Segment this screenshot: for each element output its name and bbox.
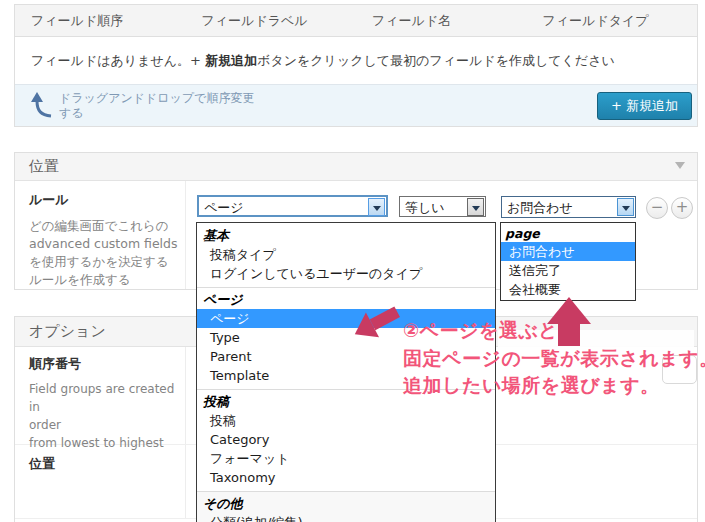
acf-edit-screen: フィールド順序 フィールドラベル フィールド名 フィールドタイプ フィールドはあ… [0,0,705,522]
order-number-label: 順序番号 [29,355,185,373]
drag-reorder-hint: ドラッグアンドドロップで順序変更 する [59,91,254,121]
group-header: ページ [197,290,495,309]
dropdown-option[interactable]: 投稿タイプ [197,245,495,264]
location-metabox-header[interactable]: 位置 [15,153,697,181]
annotation-line2: 固定ページの一覧が表示されます。 [403,345,705,373]
dropdown-group-post: 投稿 投稿 Category フォーマット Taxonomy [197,389,495,488]
dropdown-option[interactable]: Category [197,430,495,449]
rule-param-select[interactable]: ページ [197,195,388,217]
dropdown-option[interactable]: Taxonomy [197,468,495,487]
fields-table-footer: ドラッグアンドドロップで順序変更 する + 新規追加 [15,84,697,126]
rule-operator-select-value: 等しい [405,197,445,218]
fields-table: フィールド順序 フィールドラベル フィールド名 フィールドタイプ フィールドはあ… [14,4,698,127]
drag-hint-line1: ドラッグアンドドロップで順序変更 [59,91,254,106]
order-number-label-column: 順序番号 Field groups are created in order f… [15,347,186,444]
rule-page-select-value: お問合わせ [507,197,573,218]
no-fields-message-bold: 新規追加 [205,53,257,68]
group-header: 基本 [197,226,495,245]
annotation-line3: 追加したい場所を選びます。 [403,372,705,400]
column-field-type: フィールドタイプ [527,5,698,36]
column-field-name: フィールド名 [356,5,527,36]
group-header-page: page [501,225,635,242]
position-label-column: 位置 [15,445,186,518]
dropdown-group-other: その他 分類(追加/編集) [197,491,495,522]
no-fields-message-prefix: フィールドはありません。+ [31,53,205,68]
add-rule-button[interactable]: + [671,197,693,219]
annotation-line1: ②ページを選ぶと [403,317,705,345]
order-desc-line2: order [29,416,185,434]
order-desc-line1: Field groups are created in [29,380,185,416]
position-label: 位置 [29,455,185,473]
fields-table-header: フィールド順序 フィールドラベル フィールド名 フィールドタイプ [15,5,697,37]
dropdown-arrow-icon[interactable] [368,198,385,216]
dropdown-arrow-icon[interactable] [467,198,484,216]
rule-label: ルール [29,191,185,209]
no-fields-message: フィールドはありません。+ 新規追加ボタンをクリックして最初のフィールドを作成し… [15,37,697,85]
drag-hint-line2: する [59,106,254,121]
dropdown-option[interactable]: フォーマット [197,449,495,468]
location-title: 位置 [15,153,697,180]
collapse-toggle-icon[interactable] [675,162,685,169]
remove-rule-button[interactable]: − [646,197,668,219]
no-fields-message-suffix: ボタンをクリックして最初のフィールドを作成してください [257,53,615,68]
dropdown-arrow-icon[interactable] [617,198,634,216]
dropdown-option[interactable]: 送信完了 [501,261,635,280]
dropdown-option[interactable]: ログインしているユーザーのタイプ [197,264,495,283]
rule-label-column: ルール どの編集画面でこれらの advanced custom fields を… [15,181,186,289]
annotation-text: ②ページを選ぶと 固定ページの一覧が表示されます。 追加したい場所を選びます。 [403,317,705,400]
dropdown-group-basic: 基本 投稿タイプ ログインしているユーザーのタイプ [197,226,495,284]
rule-page-select[interactable]: お問合わせ [501,196,636,218]
column-field-label: フィールドラベル [186,5,357,36]
rule-param-select-value: ページ [204,197,244,218]
drag-reorder-arrow-icon [31,92,53,119]
group-header: その他 [197,494,495,513]
annotation-left-arrow-icon [350,300,402,346]
add-field-button[interactable]: + 新規追加 [597,92,692,120]
rule-description: どの編集画面でこれらの advanced custom fields を使用する… [29,217,181,289]
rule-operator-select[interactable]: 等しい [399,196,486,217]
page-value-dropdown-list: page お問合わせ 送信完了 会社概要 [500,222,636,301]
dropdown-option[interactable]: 分類(追加/編集) [197,513,495,522]
dropdown-option[interactable]: 投稿 [197,411,495,430]
column-field-order: フィールド順序 [15,5,186,36]
dropdown-option-selected[interactable]: お問合わせ [501,242,635,261]
order-number-description: Field groups are created in order from l… [29,380,185,452]
